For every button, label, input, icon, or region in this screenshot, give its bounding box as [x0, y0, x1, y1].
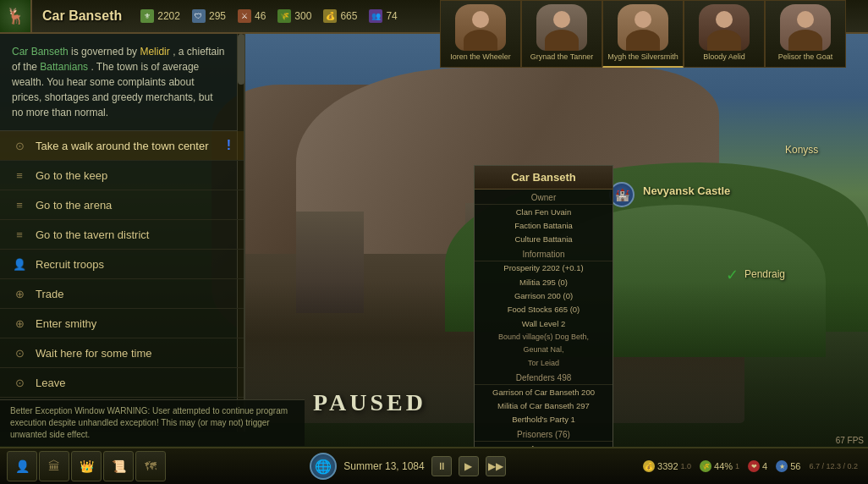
desc-text1: is governed by	[71, 46, 140, 58]
fast-forward-button[interactable]: ▶▶	[486, 456, 506, 476]
health-value: 4	[762, 461, 767, 471]
stat-food-bottom: 🌾 44% 1	[700, 460, 739, 472]
stat-militia: 🛡 295	[192, 9, 226, 23]
menu-item-tavern[interactable]: ≡ Go to the tavern district	[0, 220, 244, 250]
portrait-0[interactable]: Ioren the Wheeler	[440, 0, 521, 68]
clan-icon: 🦌	[0, 0, 32, 32]
stat-gold-bottom: 💰 3392 1.0	[643, 460, 691, 472]
stat-misc-bottom: 6.7 / 12.3 / 0.2	[809, 462, 858, 470]
info-panel: Car Banseth Owner Clan Fen Uvain Faction…	[474, 165, 613, 484]
morale-stat-icon: ★	[776, 460, 788, 472]
menu-icon-trade: ⊕	[12, 286, 27, 301]
fps-display: 67 FPS	[836, 436, 864, 445]
info-def1: Garrison of Car Banseth 200	[475, 385, 613, 399]
bottom-icon-clan[interactable]: 🏛	[39, 451, 69, 481]
portrait-face-2	[618, 4, 668, 51]
menu-label-wait: Wait here for some time	[36, 347, 152, 360]
menu-label-tavern: Go to the tavern district	[36, 228, 149, 241]
garrison-icon: ⚔	[238, 9, 251, 23]
menu-icon-leave: ⊙	[12, 375, 27, 390]
info-food: Food Stocks 665 (0)	[475, 303, 613, 316]
bottom-left-icons: 👤 🏛 👑 📜 🗺	[0, 451, 173, 481]
menu-label-walk: Take a walk around the town center	[36, 140, 209, 152]
menu-icon-keep: ≡	[12, 168, 27, 183]
chieftain-link[interactable]: Melidir	[140, 46, 169, 58]
konyss-label: Konyss	[785, 144, 818, 156]
food-rate: 1	[735, 462, 739, 470]
menu-label-arena: Go to the arena	[36, 199, 112, 212]
bottom-icon-quest[interactable]: 📜	[103, 451, 134, 481]
portrait-4[interactable]: Pelisor the Goat	[765, 0, 846, 68]
menu-icon-wait: ⊙	[12, 345, 27, 360]
castle-label: Nevyansk Castle	[643, 184, 730, 197]
portrait-name-3: Bloody Aelid	[701, 51, 747, 62]
portrait-3[interactable]: Bloody Aelid	[684, 0, 765, 68]
globe-icon[interactable]: 🌐	[310, 453, 337, 480]
menu-label-recruit: Recruit troops	[36, 258, 104, 271]
portrait-face-0	[455, 4, 506, 51]
food-icon: 🌾	[277, 9, 291, 23]
food-stat-icon: 🌾	[700, 460, 711, 472]
paused-text: PAUSED	[313, 389, 426, 416]
portrait-1[interactable]: Grynad the Tanner	[521, 0, 602, 68]
play-button[interactable]: ▶	[459, 456, 479, 476]
settlement-check-icon: ✓	[726, 266, 739, 284]
info-section-defenders: Defenders 498	[475, 370, 613, 385]
portrait-face-4	[780, 4, 831, 51]
pop-icon: 👥	[369, 9, 382, 23]
menu-icon-recruit: 👤	[12, 256, 27, 272]
menu-item-leave[interactable]: ⊙ Leave	[0, 368, 244, 398]
top-stats: ⚜ 2202 🛡 295 ⚔ 46 🌾 300 💰 665 👥 74	[140, 9, 398, 23]
stat-pop: 👥 74	[369, 9, 397, 23]
warning-box: Better Exception Window WARNING: User at…	[0, 399, 305, 446]
bottom-icon-map[interactable]: 🗺	[135, 451, 166, 481]
menu-item-recruit[interactable]: 👤 Recruit troops	[0, 250, 244, 279]
info-bound1: Bound village(s) Dog Beth,	[475, 330, 613, 344]
bottom-icon-char[interactable]: 👤	[7, 451, 37, 481]
pause-button[interactable]: ⏸	[431, 456, 452, 476]
menu-item-wait[interactable]: ⊙ Wait here for some time	[0, 338, 244, 368]
info-section-owner: Owner	[475, 190, 613, 205]
menu-icon-arena: ≡	[12, 197, 27, 212]
prosperity-icon: ⚜	[140, 9, 154, 23]
info-garrison: Garrison 200 (0)	[475, 289, 613, 302]
settlement-label: Pendraig	[744, 268, 785, 280]
menu-icon-smithy: ⊕	[12, 316, 27, 331]
menu-item-arena[interactable]: ≡ Go to the arena	[0, 190, 244, 220]
morale-value: 56	[790, 461, 800, 471]
menu-item-keep[interactable]: ≡ Go to the keep	[0, 161, 244, 190]
info-def2: Militia of Car Banseth 297	[475, 399, 613, 412]
menu-item-walk[interactable]: ⊙ Take a walk around the town center !	[0, 131, 244, 161]
menu-item-smithy[interactable]: ⊕ Enter smithy	[0, 309, 244, 338]
info-bound3: Tor Leiad	[475, 357, 613, 371]
militia-icon: 🛡	[192, 9, 206, 23]
portrait-name-4: Pelisor the Goat	[777, 51, 835, 62]
portrait-face-3	[699, 4, 750, 51]
menu-item-trade[interactable]: ⊕ Trade	[0, 279, 244, 309]
gold-icon: 💰	[323, 9, 337, 23]
town-name-link[interactable]: Car Banseth	[12, 46, 69, 58]
bottom-icon-kingdom[interactable]: 👑	[71, 451, 102, 481]
warning-text: Better Exception Window WARNING: User at…	[10, 406, 288, 439]
info-section-info: Information	[475, 246, 613, 261]
portrait-name-2: Mygh the Silversmith	[606, 51, 680, 62]
bottom-center: 🌐 Summer 13, 1084 ⏸ ▶ ▶▶	[173, 453, 643, 480]
stat-health-bottom: ❤ 4	[748, 460, 767, 472]
menu-exclaim-walk: !	[227, 138, 231, 153]
bottom-bar: 👤 🏛 👑 📜 🗺 🌐 Summer 13, 1084 ⏸ ▶ ▶▶ 💰 339…	[0, 447, 868, 484]
info-faction: Faction Battania	[475, 218, 613, 232]
portrait-name-0: Ioren the Wheeler	[448, 51, 513, 62]
portraits-bar: Ioren the Wheeler Grynad the Tanner Mygh…	[440, 0, 846, 68]
culture-link[interactable]: Battanians	[40, 61, 88, 73]
menu-label-keep: Go to the keep	[36, 169, 107, 182]
info-def3: Berthold's Party 1	[475, 413, 613, 426]
gold-value: 3392	[657, 461, 678, 471]
menu-label-smithy: Enter smithy	[36, 317, 96, 330]
stat-food: 🌾 300	[277, 9, 311, 23]
portrait-face-1	[536, 4, 587, 51]
misc-values: 6.7 / 12.3 / 0.2	[809, 462, 858, 470]
menu-label-leave: Leave	[36, 377, 65, 389]
info-panel-title: Car Banseth	[475, 166, 613, 190]
portrait-2[interactable]: Mygh the Silversmith	[602, 0, 684, 68]
scroll-thumb[interactable]	[238, 34, 244, 85]
